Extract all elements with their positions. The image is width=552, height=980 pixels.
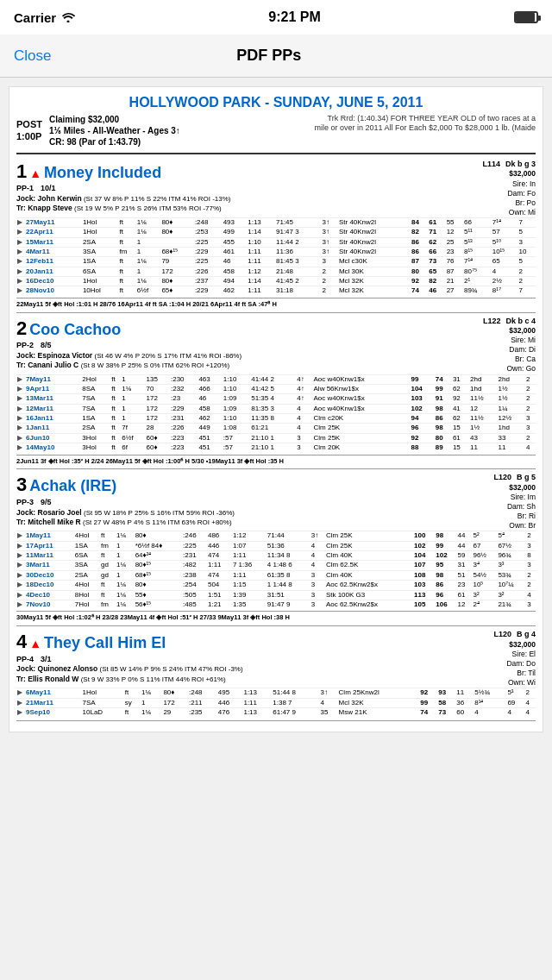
pp-number-4: PP-4 bbox=[16, 655, 34, 665]
race-row-3-8: ▶ 7Nov10 7Hol fm 1⅛ 56♦¹⁵ :485 1:21 1:35… bbox=[16, 600, 536, 610]
odds-2: 8/5 bbox=[41, 341, 52, 351]
horses-container: 1▲Money IncludedPP-110/1Jock: John Kerwi… bbox=[16, 160, 536, 721]
trainer-row-4: Tr: Ellis Ronald W (St 9 W 33% P 0% S 11… bbox=[16, 675, 243, 684]
price-2: $32,000 bbox=[441, 326, 536, 336]
color-sex-4: B g 4 bbox=[517, 630, 536, 640]
workouts-1: 22May11 5f ◈ft Hol :1:01 H 28/76 16Apr11… bbox=[16, 298, 536, 309]
jockey-row-3: Jock: Rosario Joel (St 95 W 18% P 25% S … bbox=[16, 508, 235, 518]
color-sex-3: B g 5 bbox=[517, 473, 536, 483]
race-row-1-2: ▶ 22Apr11 1Hol ft 1⅛ 80♦ :253 499 1:14 9… bbox=[16, 228, 536, 237]
horse-number-2: 2 bbox=[16, 317, 27, 342]
race-row-1-4: ▶ 4Mar11 3SA fm 1 68♦¹⁵ :229 461 1:11 11… bbox=[16, 247, 536, 256]
color-sex-2: Dk b c 4 bbox=[505, 317, 536, 327]
race-row-3-5: ▶ 30Dec10 2SA gd 1 68♦¹⁵ :238 474 1:11 6… bbox=[16, 570, 536, 580]
race-row-1-5: ▶ 12Feb11 1SA ft 1⅛ 79 :225 46 1:11 81:4… bbox=[16, 257, 536, 267]
race-row-2-4: ▶ 12Mar11 7SA ft 1 172 :229 458 1:09 81:… bbox=[16, 404, 536, 413]
sire-dam-3: Sire: ImDam: ShBr: RiOwn: Br bbox=[441, 493, 536, 531]
race-row-4-2: ▶ 21Mar11 7SA sy 1 172 :211 446 1:11 1:3… bbox=[16, 698, 536, 707]
track-conditions-right: Trk Rrd: (1:40.34) FOR THREE YEAR OLD of… bbox=[311, 114, 536, 134]
price-4: $32,000 bbox=[441, 640, 536, 650]
race-row-1-6: ▶ 20Jan11 6SA ft 1 172 :226 458 1:12 21:… bbox=[16, 267, 536, 276]
price-3: $32,000 bbox=[441, 483, 536, 493]
status-time: 9:21 PM bbox=[268, 9, 320, 25]
trainer-row-3: Tr: Mitchell Mike R (St 27 W 48% P 4% S … bbox=[16, 518, 235, 527]
race-row-2-2: ▶ 9Apr11 8SA ft 1⅛ 70 :232 466 1:10 41:4… bbox=[16, 384, 536, 393]
jockey-row-1: Jock: John Kerwin (St 37 W 8% P 11% S 22… bbox=[16, 194, 231, 204]
horse-header-3: 3Achak (IRE)PP-39/5Jock: Rosario Joel (S… bbox=[16, 473, 536, 531]
race-row-3-7: ▶ 4Dec10 8Hol ft 1⅛ 55♦ :505 1:51 1:39 3… bbox=[16, 590, 536, 600]
race-table-1: ▶ 27May11 1Hol ft 1⅛ 80♦ :248 493 1:13 7… bbox=[16, 217, 536, 296]
workouts-3: 30May11 5f ◈ft Hol :1:02⁶ H 23/28 23May1… bbox=[16, 611, 536, 622]
l-rating-3: L120 bbox=[493, 473, 511, 483]
race-conditions: Claiming $32,000 1⅛ Miles - All-Weather … bbox=[49, 114, 180, 148]
race-row-1-3: ▶ 15Mar11 2SA ft 1 :225 455 1:10 11:44 2… bbox=[16, 237, 536, 247]
status-right bbox=[514, 11, 538, 23]
track-info-row: POST 1:00P Claiming $32,000 1⅛ Miles - A… bbox=[16, 114, 536, 148]
odds-1: 10/1 bbox=[41, 184, 56, 194]
horse-section-1: 1▲Money IncludedPP-110/1Jock: John Kerwi… bbox=[16, 160, 536, 313]
horse-section-4: 4▲They Call Him ElPP-43/1Jock: Quinonez … bbox=[16, 630, 536, 721]
pp-number-3: PP-3 bbox=[16, 498, 34, 508]
price-1: $32,000 bbox=[441, 169, 536, 179]
l-rating-1: L114 bbox=[482, 160, 500, 170]
trainer-row-1: Tr: Knapp Steve (St 19 W 5% P 21% S 26% … bbox=[16, 204, 231, 213]
nav-title: PDF PPs bbox=[236, 47, 301, 65]
horse-header-2: 2Coo CachooPP-28/5Jock: Espinoza Victor … bbox=[16, 317, 536, 374]
close-button[interactable]: Close bbox=[14, 47, 51, 65]
horse-header-1: 1▲Money IncludedPP-110/1Jock: John Kerwi… bbox=[16, 160, 536, 217]
main-content: HOLLYWOOD PARK - SUNDAY, JUNE 5, 2011 PO… bbox=[9, 86, 543, 732]
race-row-1-8: ▶ 28Nov10 10Hol ft 6½f 65♦ :229 462 1:11… bbox=[16, 286, 536, 296]
horse-name-2: Coo Cachoo bbox=[29, 320, 121, 340]
horse-header-4: 4▲They Call Him ElPP-43/1Jock: Quinonez … bbox=[16, 630, 536, 688]
horse-section-2: 2Coo CachooPP-28/5Jock: Espinoza Victor … bbox=[16, 317, 536, 470]
race-row-2-3: ▶ 13Mar11 7SA ft 1 172 :23 46 1:09 51:35… bbox=[16, 394, 536, 404]
race-row-2-1: ▶ 7May11 2Hol ft 1 135 :230 463 1:10 41:… bbox=[16, 374, 536, 384]
track-title: HOLLYWOOD PARK - SUNDAY, JUNE 5, 2011 bbox=[16, 94, 536, 112]
race-row-1-1: ▶ 27May11 1Hol ft 1⅛ 80♦ :248 493 1:13 7… bbox=[16, 217, 536, 227]
race-row-4-3: ▶ 9Sep10 10LaD ft 1⅛ 29 :235 476 1:13 61… bbox=[16, 707, 536, 717]
status-left: Carrier bbox=[14, 10, 75, 25]
l-rating-4: L120 bbox=[493, 630, 511, 640]
l-rating-2: L122 bbox=[483, 317, 501, 327]
race-table-2: ▶ 7May11 2Hol ft 1 135 :230 463 1:10 41:… bbox=[16, 374, 536, 453]
race-row-4-1: ▶ 6May11 1Hol ft 1⅛ 80♦ :248 495 1:13 51… bbox=[16, 688, 536, 698]
color-sex-1: Dk b g 3 bbox=[505, 160, 536, 170]
trainer-row-2: Tr: Canani Julio C (St 8 W 38% P 25% S 0… bbox=[16, 361, 242, 370]
race-row-2-5: ▶ 16Jan11 1SA ft 1 172 :231 462 1:10 11:… bbox=[16, 414, 536, 424]
race-row-3-4: ▶ 3Mar11 3SA gd 1⅛ 80♦¹⁵ :482 1:11 7 1:3… bbox=[16, 561, 536, 570]
pp-number-2: PP-2 bbox=[16, 341, 34, 351]
race-row-2-7: ▶ 6Jun10 3Hol ft 6½f 60♦ :223 451 :57 21… bbox=[16, 433, 536, 443]
sire-dam-1: Sire: InDam: FoBr: PoOwn: Mi bbox=[441, 179, 536, 217]
jockey-row-4: Jock: Quinonez Alonso (St 85 W 14% P 9% … bbox=[16, 664, 243, 674]
horse-number-3: 3 bbox=[16, 473, 27, 498]
post-box: POST 1:00P bbox=[16, 118, 42, 143]
horse-section-3: 3Achak (IRE)PP-39/5Jock: Rosario Joel (S… bbox=[16, 473, 536, 626]
race-row-2-6: ▶ 1Jan11 2SA ft 7f 28 :226 449 1:08 61:2… bbox=[16, 424, 536, 433]
wifi-icon bbox=[61, 10, 75, 25]
horse-name-4: They Call Him El bbox=[44, 633, 166, 653]
race-table-4: ▶ 6May11 1Hol ft 1⅛ 80♦ :248 495 1:13 51… bbox=[16, 688, 536, 717]
workouts-2: 2Jun11 3f ◈ft Hol :35² H 2/24 26May11 5f… bbox=[16, 455, 536, 466]
horse-number-4: 4 bbox=[16, 630, 27, 655]
race-table-3: ▶ 1May11 4Hol ft 1⅛ 80♦ :246 486 1:12 71… bbox=[16, 531, 536, 609]
odds-4: 3/1 bbox=[41, 655, 52, 665]
odds-3: 9/5 bbox=[41, 498, 52, 508]
horse-name-3: Achak (IRE) bbox=[29, 476, 116, 496]
horse-number-1: 1 bbox=[16, 160, 27, 185]
jockey-row-2: Jock: Espinoza Victor (St 46 W 4% P 20% … bbox=[16, 351, 242, 361]
horse-arrow-1: ▲ bbox=[29, 166, 41, 181]
race-row-3-1: ▶ 1May11 4Hol ft 1⅛ 80♦ :246 486 1:12 71… bbox=[16, 531, 536, 541]
pp-number-1: PP-1 bbox=[16, 184, 34, 194]
race-row-3-6: ▶ 18Dec10 4Hol ft 1⅛ 80♦ :254 504 1:15 1… bbox=[16, 581, 536, 590]
race-row-3-3: ▶ 11Mar11 6SA ft 1 64♦²⁴ :231 474 1:11 1… bbox=[16, 551, 536, 561]
sire-dam-2: Sire: MiDam: DiBr: CaOwn: Go bbox=[441, 336, 536, 374]
battery-icon bbox=[514, 11, 538, 23]
race-row-2-8: ▶ 14May10 3Hol ft 6f 60♦ :223 451 :57 21… bbox=[16, 443, 536, 453]
carrier-label: Carrier bbox=[14, 10, 56, 25]
sire-dam-4: Sire: ElDam: DoBr: TilOwn: Wi bbox=[441, 650, 536, 688]
horse-name-1: Money Included bbox=[44, 163, 161, 183]
horse-arrow-4: ▲ bbox=[29, 636, 41, 651]
race-row-3-2: ▶ 17Apr11 1SA fm 1 *6½f 84♦ :225 446 1:0… bbox=[16, 541, 536, 550]
track-header: HOLLYWOOD PARK - SUNDAY, JUNE 5, 2011 PO… bbox=[16, 94, 536, 154]
race-row-1-7: ▶ 16Dec10 1Hol ft 1⅛ 80♦ :237 494 1:14 4… bbox=[16, 277, 536, 286]
